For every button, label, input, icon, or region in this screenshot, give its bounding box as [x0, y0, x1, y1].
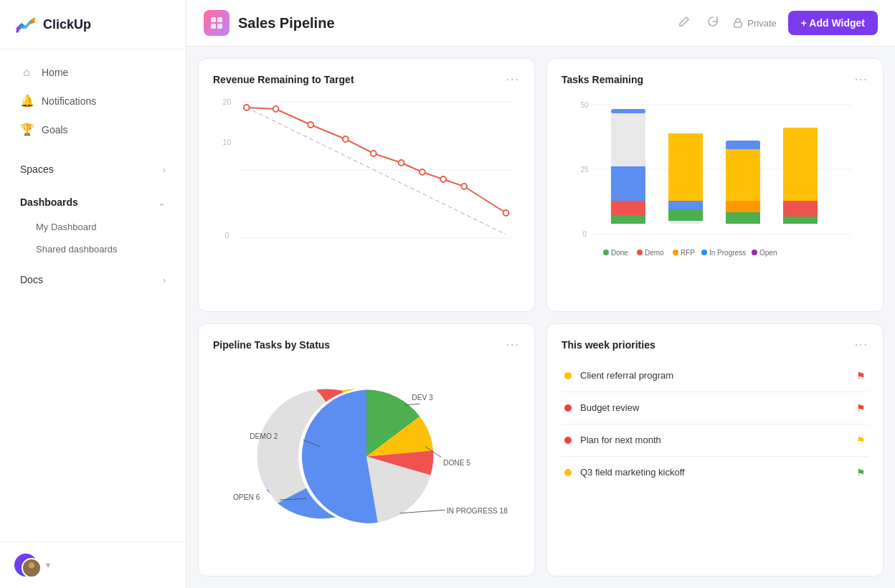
edit-button[interactable]	[676, 13, 693, 33]
logo-area: ClickUp	[0, 0, 186, 49]
svg-text:10: 10	[223, 138, 232, 146]
revenue-widget-title: Revenue Remaining to Target	[213, 74, 354, 85]
svg-text:RFP: RFP	[681, 249, 695, 257]
revenue-line-chart: 20 10 0	[213, 95, 520, 252]
sidebar-dashboards-header[interactable]: Dashboards ⌄	[6, 189, 180, 215]
svg-point-59	[752, 250, 757, 255]
svg-text:Demo: Demo	[645, 249, 664, 257]
shared-dashboards-label: Shared dashboards	[36, 244, 117, 255]
svg-rect-6	[734, 22, 742, 27]
dashboards-chevron-icon: ⌄	[158, 197, 166, 208]
priority-item-1[interactable]: Budget review ⚑	[562, 392, 868, 425]
pipeline-widget-title: Pipeline Tasks by Status	[213, 339, 330, 351]
sidebar-item-goals-label: Goals	[42, 124, 68, 136]
revenue-widget-menu[interactable]: ···	[506, 73, 520, 86]
header-right: Private + Add Widget	[676, 11, 878, 35]
svg-point-23	[503, 210, 509, 216]
svg-text:IN PROGRESS 18: IN PROGRESS 18	[447, 506, 508, 514]
docs-label: Docs	[20, 274, 43, 285]
sidebar: ClickUp ⌂ Home 🔔 Notifications 🏆 Goals S…	[0, 0, 186, 588]
priority-name-0: Client referral program	[580, 370, 848, 381]
priority-name-3: Q3 field marketing kickoff	[580, 467, 848, 478]
svg-rect-49	[783, 201, 818, 217]
sidebar-item-goals[interactable]: 🏆 Goals	[6, 115, 180, 143]
priority-flag-1: ⚑	[856, 402, 866, 414]
priority-list: Client referral program ⚑ Budget review …	[562, 360, 868, 488]
svg-text:DEMO 2: DEMO 2	[250, 432, 278, 440]
svg-rect-34	[611, 109, 645, 113]
pipeline-pie-chart: DEV 3 DONE 5 IN PROGRESS 18 OPEN 6 DEMO …	[213, 360, 520, 546]
svg-text:Open: Open	[759, 249, 777, 257]
priority-item-3[interactable]: Q3 field marketing kickoff ⚑	[562, 457, 868, 488]
home-icon: ⌂	[20, 66, 33, 79]
sidebar-dashboards-section: Dashboards ⌄ My Dashboard Shared dashboa…	[0, 189, 186, 260]
priority-item-2[interactable]: Plan for next month ⚑	[562, 425, 868, 457]
svg-text:0: 0	[224, 231, 229, 240]
svg-rect-38	[668, 209, 703, 221]
svg-text:Done: Done	[611, 249, 628, 257]
revenue-chart-container: 20 10 0	[213, 95, 520, 297]
goals-icon: 🏆	[20, 123, 33, 136]
priority-flag-2: ⚑	[856, 435, 866, 446]
sidebar-item-home[interactable]: ⌂ Home	[6, 59, 180, 86]
priority-name-2: Plan for next month	[580, 435, 848, 445]
refresh-button[interactable]	[704, 13, 721, 33]
svg-rect-41	[726, 145, 760, 202]
svg-point-19	[399, 160, 404, 166]
avatar-photo	[22, 558, 42, 578]
revenue-widget: Revenue Remaining to Target ··· 20 10 0	[198, 58, 535, 312]
page-header: Sales Pipeline Private +	[186, 0, 895, 47]
svg-rect-33	[611, 166, 645, 201]
svg-rect-43	[726, 141, 760, 149]
svg-rect-2	[211, 17, 216, 22]
tasks-widget-menu[interactable]: ···	[855, 73, 868, 86]
priority-name-1: Budget review	[580, 402, 848, 413]
svg-point-18	[371, 151, 377, 156]
main-content: Sales Pipeline Private +	[186, 0, 895, 588]
sidebar-item-notifications-label: Notifications	[42, 95, 96, 107]
svg-point-22	[461, 184, 467, 189]
page-title: Sales Pipeline	[238, 15, 335, 32]
sidebar-docs-section[interactable]: Docs ›	[6, 267, 180, 293]
pipeline-widget-menu[interactable]: ···	[506, 338, 520, 351]
svg-text:50: 50	[580, 101, 589, 109]
clickup-logo-icon	[14, 13, 37, 36]
svg-rect-50	[783, 217, 818, 224]
priority-dot-3	[564, 469, 572, 476]
svg-point-15	[273, 106, 279, 112]
pipeline-widget: Pipeline Tasks by Status ···	[198, 323, 535, 577]
sidebar-user-area[interactable]: S ▾	[0, 541, 186, 588]
logo-text: ClickUp	[43, 17, 91, 32]
priority-item-0[interactable]: Client referral program ⚑	[562, 360, 868, 392]
svg-text:20: 20	[223, 98, 232, 106]
sidebar-item-shared-dashboards[interactable]: Shared dashboards	[0, 238, 186, 260]
svg-point-57	[701, 250, 707, 255]
sidebar-item-home-label: Home	[42, 67, 68, 78]
priority-flag-0: ⚑	[856, 370, 866, 381]
dashboards-label: Dashboards	[20, 196, 78, 208]
svg-line-13	[247, 108, 506, 234]
spaces-chevron-icon: ›	[163, 164, 166, 175]
chevron-down-icon: ▾	[46, 560, 50, 570]
svg-text:25: 25	[580, 166, 589, 174]
sidebar-spaces-section[interactable]: Spaces ›	[6, 156, 180, 182]
priorities-widget-title: This week priorities	[562, 339, 655, 351]
svg-point-14	[244, 105, 250, 110]
sidebar-item-my-dashboard[interactable]: My Dashboard	[0, 216, 186, 238]
sidebar-navigation: ⌂ Home 🔔 Notifications 🏆 Goals Spaces › …	[0, 49, 186, 541]
pipeline-chart-container: DEV 3 DONE 5 IN PROGRESS 18 OPEN 6 DEMO …	[213, 360, 520, 562]
svg-rect-48	[783, 128, 818, 132]
header-left: Sales Pipeline	[204, 10, 335, 36]
add-widget-button[interactable]: + Add Widget	[788, 11, 878, 35]
svg-text:DEV 3: DEV 3	[412, 393, 433, 401]
tasks-bar-chart: 50 25 0	[562, 95, 868, 267]
priority-dot-1	[564, 404, 572, 412]
svg-rect-5	[217, 24, 222, 29]
svg-rect-36	[668, 133, 703, 209]
priority-dot-2	[564, 437, 572, 444]
priorities-widget-menu[interactable]: ···	[855, 338, 868, 351]
svg-text:0: 0	[582, 230, 587, 238]
svg-point-1	[26, 569, 37, 577]
svg-rect-44	[726, 201, 760, 212]
sidebar-item-notifications[interactable]: 🔔 Notifications	[6, 87, 180, 115]
